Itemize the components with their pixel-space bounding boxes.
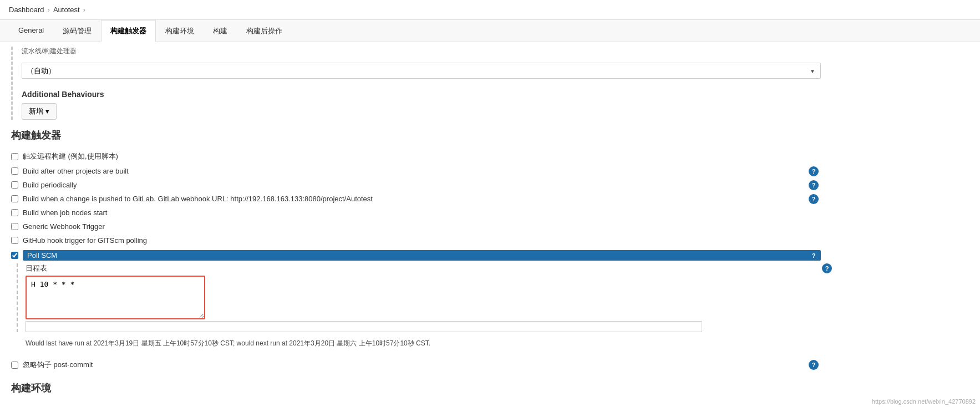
trigger-checkbox-6[interactable] — [11, 223, 18, 230]
ignore-label[interactable]: 忽略钩子 post-commit — [23, 360, 821, 370]
trigger-checkbox-2[interactable] — [11, 167, 18, 175]
trigger-label-4[interactable]: Build when a change is pushed to GitLab.… — [23, 195, 821, 203]
schedule-label: 日程表 — [26, 263, 47, 273]
breadcrumb-sep-2: › — [83, 6, 85, 14]
poll-scm-checkbox[interactable] — [11, 252, 18, 259]
trigger-option-5: Build when job nodes start — [11, 206, 821, 220]
trigger-label-1[interactable]: 触发远程构建 (例如,使用脚本) — [23, 151, 821, 161]
trigger-option-6: Generic Webhook Trigger — [11, 220, 821, 233]
trigger-label-3[interactable]: Build periodically — [23, 181, 821, 189]
add-button-row: 新增 ▾ — [22, 103, 821, 120]
schedule-row: 日程表 ? — [11, 263, 821, 332]
auto-select[interactable]: （自动） — [22, 63, 821, 79]
help-icon-schedule[interactable]: ? — [822, 263, 832, 273]
trigger-checkbox-3[interactable] — [11, 181, 18, 189]
main-content: General 源码管理 构建触发器 构建环境 构建 构建后操作 流水线/构建处… — [0, 20, 980, 407]
trigger-option-7: GitHub hook trigger for GITScm polling — [11, 233, 821, 247]
tab-build[interactable]: 构建 — [204, 20, 237, 42]
trigger-option-2: Build after other projects are built ? — [11, 164, 821, 178]
additional-behaviours-label: Additional Behaviours — [22, 90, 821, 99]
trigger-checkbox-4[interactable] — [11, 195, 18, 202]
help-icon-2[interactable]: ? — [809, 166, 819, 176]
tab-source[interactable]: 源码管理 — [53, 20, 101, 42]
breadcrumb: Dashboard › Autotest › — [0, 0, 980, 20]
tab-triggers[interactable]: 构建触发器 — [101, 20, 156, 42]
schedule-section: 日程表 ? Would last have run at 2021年3月19日 … — [11, 263, 821, 352]
auto-select-row: （自动） — [22, 58, 821, 83]
tab-post-build[interactable]: 构建后操作 — [237, 20, 292, 42]
breadcrumb-sep-1: › — [48, 6, 50, 14]
poll-scm-label[interactable]: Poll SCM — [23, 250, 821, 261]
auto-select-wrapper: （自动） — [22, 63, 821, 79]
trigger-label-7[interactable]: GitHub hook trigger for GITScm polling — [23, 236, 821, 245]
trigger-label-5[interactable]: Build when job nodes start — [23, 208, 821, 217]
schedule-label-row: 日程表 ? — [26, 263, 821, 273]
trigger-label-6[interactable]: Generic Webhook Trigger — [23, 222, 821, 231]
breadcrumb-dashboard[interactable]: Dashboard — [9, 6, 44, 14]
trigger-checkbox-7[interactable] — [11, 237, 18, 244]
schedule-info: Would last have run at 2021年3月19日 星期五 上午… — [26, 335, 821, 352]
tab-bar: General 源码管理 构建触发器 构建环境 构建 构建后操作 — [0, 20, 980, 42]
trigger-checkbox-5[interactable] — [11, 209, 18, 216]
env-section-title: 构建环境 — [11, 381, 821, 395]
ignore-option: 忽略钩子 post-commit ? — [11, 357, 821, 373]
help-icon-4[interactable]: ? — [809, 194, 819, 204]
trigger-checkbox-1[interactable] — [11, 153, 18, 160]
trigger-section: 构建触发器 触发远程构建 (例如,使用脚本) Build after other… — [11, 129, 821, 373]
trigger-section-title: 构建触发器 — [11, 129, 821, 142]
ignore-checkbox[interactable] — [11, 362, 18, 369]
schedule-extra-area — [26, 321, 702, 332]
trigger-option-3: Build periodically ? — [11, 178, 821, 192]
schedule-textarea-border — [26, 276, 205, 319]
tab-general[interactable]: General — [9, 20, 53, 42]
help-icon-3[interactable]: ? — [809, 180, 819, 190]
pipeline-divider: 流水线/构建处理器 （自动） Additional Behaviours 新增 … — [11, 47, 821, 120]
schedule-textarea[interactable] — [27, 277, 204, 318]
schedule-dashed: 日程表 ? — [17, 263, 821, 332]
pipeline-label: 流水线/构建处理器 — [22, 47, 821, 56]
tab-build-env[interactable]: 构建环境 — [156, 20, 204, 42]
content-area: 流水线/构建处理器 （自动） Additional Behaviours 新增 … — [0, 47, 832, 407]
trigger-option-4: Build when a change is pushed to GitLab.… — [11, 192, 821, 206]
trigger-label-2[interactable]: Build after other projects are built — [23, 167, 821, 175]
breadcrumb-autotest[interactable]: Autotest — [53, 6, 80, 14]
trigger-option-1: 触发远程构建 (例如,使用脚本) — [11, 149, 821, 164]
help-icon-ignore[interactable]: ? — [809, 360, 819, 370]
add-button[interactable]: 新增 ▾ — [22, 103, 57, 120]
trigger-option-poll: Poll SCM ? — [11, 247, 821, 263]
help-icon-poll[interactable]: ? — [809, 251, 819, 261]
pipeline-section: 流水线/构建处理器 （自动） Additional Behaviours 新增 … — [11, 47, 821, 120]
